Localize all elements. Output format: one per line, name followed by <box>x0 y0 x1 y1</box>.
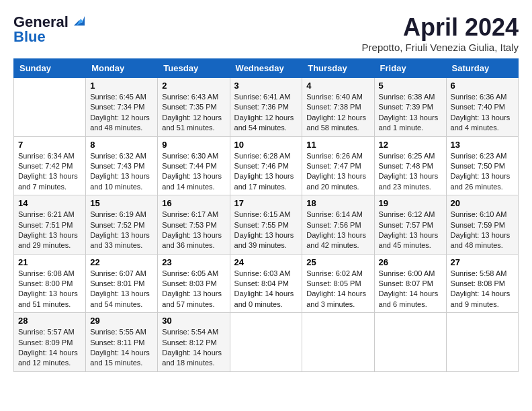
day-info: Sunrise: 6:02 AMSunset: 8:05 PMDaylight:… <box>306 269 369 310</box>
calendar-cell: 20Sunrise: 6:10 AMSunset: 7:59 PMDayligh… <box>446 195 518 255</box>
calendar-cell: 25Sunrise: 6:02 AMSunset: 8:05 PMDayligh… <box>302 254 374 313</box>
calendar-cell: 29Sunrise: 5:55 AMSunset: 8:11 PMDayligh… <box>86 313 158 372</box>
day-info: Sunrise: 6:38 AMSunset: 7:39 PMDaylight:… <box>379 92 442 134</box>
day-number: 13 <box>451 140 514 150</box>
day-number: 29 <box>90 316 153 326</box>
day-number: 7 <box>18 140 81 150</box>
day-info: Sunrise: 5:54 AMSunset: 8:12 PMDaylight:… <box>162 327 225 369</box>
calendar-cell: 17Sunrise: 6:15 AMSunset: 7:55 PMDayligh… <box>230 195 302 255</box>
day-number: 2 <box>162 81 225 91</box>
day-number: 3 <box>234 81 298 91</box>
subtitle: Prepotto, Friuli Venezia Giulia, Italy <box>362 42 519 53</box>
day-info: Sunrise: 6:07 AMSunset: 8:01 PMDaylight:… <box>90 269 153 310</box>
day-number: 25 <box>306 257 369 267</box>
day-number: 18 <box>306 198 369 208</box>
logo-text-blue: Blue <box>13 28 46 46</box>
day-number: 26 <box>379 257 442 267</box>
header-friday: Friday <box>374 59 446 78</box>
calendar-cell: 22Sunrise: 6:07 AMSunset: 8:01 PMDayligh… <box>86 254 158 313</box>
day-info: Sunrise: 6:40 AMSunset: 7:38 PMDaylight:… <box>306 92 369 134</box>
day-number: 24 <box>234 257 298 267</box>
calendar-cell: 9Sunrise: 6:30 AMSunset: 7:44 PMDaylight… <box>158 136 230 195</box>
day-info: Sunrise: 6:30 AMSunset: 7:44 PMDaylight:… <box>162 151 225 193</box>
day-info: Sunrise: 6:32 AMSunset: 7:43 PMDaylight:… <box>90 151 153 193</box>
day-number: 28 <box>18 316 81 326</box>
calendar-cell <box>446 313 518 372</box>
calendar-cell: 28Sunrise: 5:57 AMSunset: 8:09 PMDayligh… <box>14 313 86 372</box>
day-number: 4 <box>306 81 369 91</box>
day-info: Sunrise: 6:41 AMSunset: 7:36 PMDaylight:… <box>234 92 298 134</box>
page-header: General Blue April 2024 Prepotto, Friuli… <box>13 13 519 53</box>
calendar-cell: 30Sunrise: 5:54 AMSunset: 8:12 PMDayligh… <box>158 313 230 372</box>
calendar-cell: 3Sunrise: 6:41 AMSunset: 7:36 PMDaylight… <box>230 78 302 137</box>
calendar-cell: 14Sunrise: 6:21 AMSunset: 7:51 PMDayligh… <box>14 195 86 255</box>
day-number: 22 <box>90 257 153 267</box>
header-wednesday: Wednesday <box>230 59 302 78</box>
day-info: Sunrise: 6:43 AMSunset: 7:35 PMDaylight:… <box>162 92 225 134</box>
day-number: 20 <box>451 198 514 208</box>
logo: General Blue <box>13 13 85 46</box>
day-number: 19 <box>379 198 442 208</box>
day-number: 10 <box>234 140 298 150</box>
day-info: Sunrise: 6:17 AMSunset: 7:53 PMDaylight:… <box>162 210 225 251</box>
calendar-cell <box>374 313 446 372</box>
calendar-cell: 1Sunrise: 6:45 AMSunset: 7:34 PMDaylight… <box>86 78 158 137</box>
main-title: April 2024 <box>362 13 519 42</box>
day-info: Sunrise: 6:15 AMSunset: 7:55 PMDaylight:… <box>234 210 298 251</box>
header-monday: Monday <box>86 59 158 78</box>
day-info: Sunrise: 6:26 AMSunset: 7:47 PMDaylight:… <box>306 151 369 193</box>
calendar-cell: 5Sunrise: 6:38 AMSunset: 7:39 PMDaylight… <box>374 78 446 137</box>
calendar-cell: 27Sunrise: 5:58 AMSunset: 8:08 PMDayligh… <box>446 254 518 313</box>
header-thursday: Thursday <box>302 59 374 78</box>
title-section: April 2024 Prepotto, Friuli Venezia Giul… <box>362 13 519 53</box>
calendar-cell: 10Sunrise: 6:28 AMSunset: 7:46 PMDayligh… <box>230 136 302 195</box>
calendar-cell <box>230 313 302 372</box>
day-number: 11 <box>306 140 369 150</box>
day-info: Sunrise: 6:05 AMSunset: 8:03 PMDaylight:… <box>162 269 225 310</box>
day-number: 6 <box>451 81 514 91</box>
day-number: 23 <box>162 257 225 267</box>
header-sunday: Sunday <box>14 59 86 78</box>
calendar-cell: 16Sunrise: 6:17 AMSunset: 7:53 PMDayligh… <box>158 195 230 255</box>
day-info: Sunrise: 5:57 AMSunset: 8:09 PMDaylight:… <box>18 327 81 369</box>
calendar-cell: 18Sunrise: 6:14 AMSunset: 7:56 PMDayligh… <box>302 195 374 255</box>
day-number: 17 <box>234 198 298 208</box>
day-info: Sunrise: 6:28 AMSunset: 7:46 PMDaylight:… <box>234 151 298 193</box>
day-info: Sunrise: 6:34 AMSunset: 7:42 PMDaylight:… <box>18 151 81 193</box>
calendar-table: SundayMondayTuesdayWednesdayThursdayFrid… <box>13 58 519 372</box>
day-number: 5 <box>379 81 442 91</box>
day-info: Sunrise: 6:12 AMSunset: 7:57 PMDaylight:… <box>379 210 442 251</box>
day-info: Sunrise: 6:10 AMSunset: 7:59 PMDaylight:… <box>451 210 514 251</box>
logo-icon <box>70 13 85 28</box>
calendar-cell: 24Sunrise: 6:03 AMSunset: 8:04 PMDayligh… <box>230 254 302 313</box>
day-number: 15 <box>90 198 153 208</box>
day-info: Sunrise: 5:55 AMSunset: 8:11 PMDaylight:… <box>90 327 153 369</box>
calendar-cell: 8Sunrise: 6:32 AMSunset: 7:43 PMDaylight… <box>86 136 158 195</box>
calendar-cell <box>302 313 374 372</box>
calendar-cell: 6Sunrise: 6:36 AMSunset: 7:40 PMDaylight… <box>446 78 518 137</box>
day-info: Sunrise: 6:08 AMSunset: 8:00 PMDaylight:… <box>18 269 81 310</box>
header-tuesday: Tuesday <box>158 59 230 78</box>
calendar-cell: 26Sunrise: 6:00 AMSunset: 8:07 PMDayligh… <box>374 254 446 313</box>
day-number: 16 <box>162 198 225 208</box>
day-number: 21 <box>18 257 81 267</box>
calendar-header: SundayMondayTuesdayWednesdayThursdayFrid… <box>14 59 519 78</box>
calendar-cell: 19Sunrise: 6:12 AMSunset: 7:57 PMDayligh… <box>374 195 446 255</box>
day-info: Sunrise: 6:19 AMSunset: 7:52 PMDaylight:… <box>90 210 153 251</box>
day-number: 9 <box>162 140 225 150</box>
calendar-cell <box>14 78 86 137</box>
calendar-cell: 15Sunrise: 6:19 AMSunset: 7:52 PMDayligh… <box>86 195 158 255</box>
calendar-cell: 2Sunrise: 6:43 AMSunset: 7:35 PMDaylight… <box>158 78 230 137</box>
calendar-cell: 23Sunrise: 6:05 AMSunset: 8:03 PMDayligh… <box>158 254 230 313</box>
calendar-cell: 11Sunrise: 6:26 AMSunset: 7:47 PMDayligh… <box>302 136 374 195</box>
day-info: Sunrise: 6:00 AMSunset: 8:07 PMDaylight:… <box>379 269 442 310</box>
day-number: 14 <box>18 198 81 208</box>
day-info: Sunrise: 5:58 AMSunset: 8:08 PMDaylight:… <box>451 269 514 310</box>
day-info: Sunrise: 6:21 AMSunset: 7:51 PMDaylight:… <box>18 210 81 251</box>
day-info: Sunrise: 6:36 AMSunset: 7:40 PMDaylight:… <box>451 92 514 134</box>
day-number: 12 <box>379 140 442 150</box>
day-number: 30 <box>162 316 225 326</box>
day-info: Sunrise: 6:45 AMSunset: 7:34 PMDaylight:… <box>90 92 153 134</box>
calendar-cell: 12Sunrise: 6:25 AMSunset: 7:48 PMDayligh… <box>374 136 446 195</box>
header-saturday: Saturday <box>446 59 518 78</box>
